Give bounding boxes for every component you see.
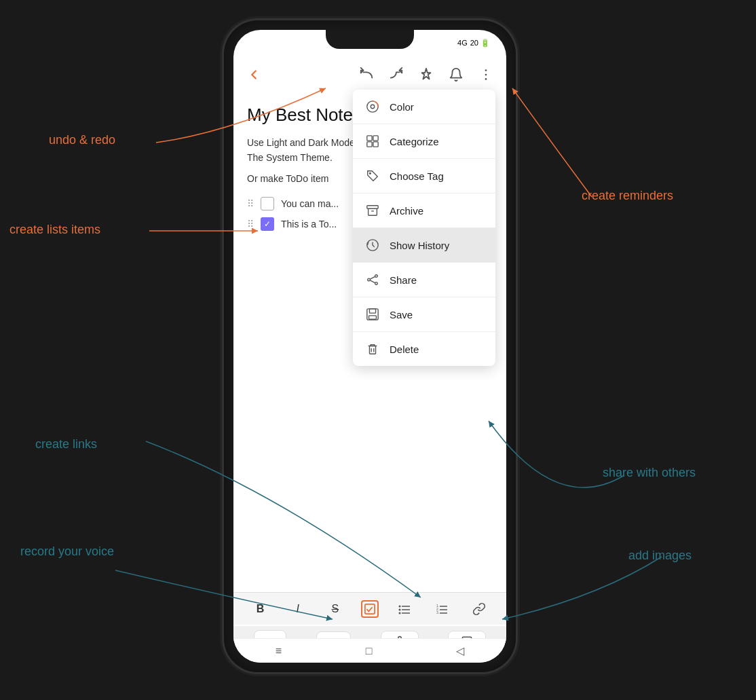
toolbar-left — [244, 65, 263, 84]
menu-item-categorize[interactable]: Categorize — [353, 124, 495, 158]
link-button[interactable] — [468, 597, 491, 621]
nav-back-button[interactable]: ◁ — [456, 644, 464, 657]
save-icon — [365, 307, 380, 322]
signal-icon: 4G — [457, 39, 468, 47]
strikethrough-button[interactable]: S — [324, 597, 347, 621]
bullet-list-button[interactable] — [393, 597, 416, 621]
drag-handle-1: ⠿ — [247, 198, 254, 209]
phone-screen: 4G 20 🔋 — [233, 30, 506, 663]
battery-icon: 20 🔋 — [470, 39, 490, 48]
svg-point-9 — [369, 172, 371, 174]
toolbar-right — [357, 65, 495, 84]
share-icon — [365, 272, 380, 287]
delete-icon — [365, 342, 380, 356]
checkbox-empty-1[interactable] — [261, 197, 274, 210]
svg-line-16 — [370, 276, 375, 279]
menu-item-show-history[interactable]: Show History — [353, 228, 495, 262]
status-icons: 4G 20 🔋 — [457, 39, 490, 48]
svg-point-25 — [399, 605, 401, 607]
svg-rect-7 — [367, 142, 372, 147]
checkbox-checked-2[interactable]: ✓ — [261, 217, 274, 231]
nav-home-button[interactable]: □ — [366, 645, 373, 657]
svg-rect-24 — [365, 604, 375, 613]
svg-point-15 — [375, 282, 378, 285]
annotation-share-others: share with others — [603, 466, 696, 480]
svg-point-2 — [485, 78, 487, 80]
svg-point-27 — [399, 608, 401, 610]
dropdown-menu: Color Categorize — [353, 90, 495, 366]
svg-point-14 — [368, 278, 371, 281]
drag-handle-2: ⠿ — [247, 219, 254, 229]
svg-rect-10 — [367, 206, 378, 209]
menu-label-choose-tag: Choose Tag — [390, 170, 444, 182]
svg-rect-8 — [373, 142, 378, 147]
annotation-create-lists: create lists items — [10, 223, 100, 237]
back-button[interactable] — [244, 65, 263, 84]
svg-rect-20 — [369, 316, 377, 319]
svg-point-1 — [485, 74, 487, 76]
phone-notch — [326, 30, 414, 49]
menu-label-categorize: Categorize — [390, 136, 439, 147]
svg-rect-5 — [367, 136, 372, 141]
formatting-bar: B I S 1. — [233, 592, 506, 625]
menu-label-delete: Delete — [390, 344, 419, 355]
nav-menu-button[interactable]: ≡ — [276, 645, 282, 657]
svg-line-17 — [370, 280, 375, 283]
pin-button[interactable] — [417, 65, 436, 84]
bell-button[interactable] — [447, 65, 466, 84]
svg-point-13 — [375, 275, 378, 278]
svg-point-29 — [399, 612, 401, 614]
redo-button[interactable] — [387, 65, 406, 84]
menu-item-delete[interactable]: Delete — [353, 332, 495, 366]
todo-text-1: You can ma... — [281, 198, 339, 209]
menu-label-show-history: Show History — [390, 240, 449, 251]
menu-label-archive: Archive — [390, 205, 423, 217]
italic-button[interactable]: I — [286, 597, 309, 621]
menu-item-choose-tag[interactable]: Choose Tag — [353, 159, 495, 193]
menu-label-save: Save — [390, 309, 413, 320]
bold-button[interactable]: B — [249, 597, 272, 621]
history-icon — [365, 238, 380, 253]
menu-label-share: Share — [390, 274, 417, 286]
annotation-create-reminders: create reminders — [582, 189, 673, 203]
menu-item-archive[interactable]: Archive — [353, 194, 495, 227]
phone-frame: 4G 20 🔋 — [224, 20, 516, 672]
undo-button[interactable] — [357, 65, 376, 84]
tag-icon — [365, 168, 380, 183]
nav-bar: ≡ □ ◁ — [233, 638, 506, 663]
annotation-add-images: add images — [628, 549, 692, 563]
svg-text:3.: 3. — [436, 610, 439, 614]
color-wheel-icon — [365, 99, 380, 114]
menu-item-share[interactable]: Share — [353, 263, 495, 297]
svg-rect-21 — [369, 346, 375, 354]
numbered-list-button[interactable]: 1. 2. 3. — [430, 597, 453, 621]
categorize-icon — [365, 134, 380, 149]
svg-rect-6 — [373, 136, 378, 141]
annotation-create-links: create links — [35, 437, 97, 452]
menu-item-save[interactable]: Save — [353, 297, 495, 331]
annotation-record-voice: record your voice — [20, 545, 114, 559]
top-toolbar — [233, 56, 506, 94]
menu-item-color[interactable]: Color — [353, 90, 495, 124]
archive-icon — [365, 203, 380, 218]
checkbox-button[interactable] — [361, 600, 379, 618]
annotation-undo-redo: undo & redo — [49, 133, 115, 147]
more-button[interactable] — [476, 65, 495, 84]
svg-point-0 — [485, 69, 487, 71]
todo-text-2: This is a To... — [281, 219, 337, 229]
svg-point-4 — [371, 105, 374, 108]
menu-label-color: Color — [390, 101, 414, 113]
svg-rect-19 — [369, 309, 375, 313]
